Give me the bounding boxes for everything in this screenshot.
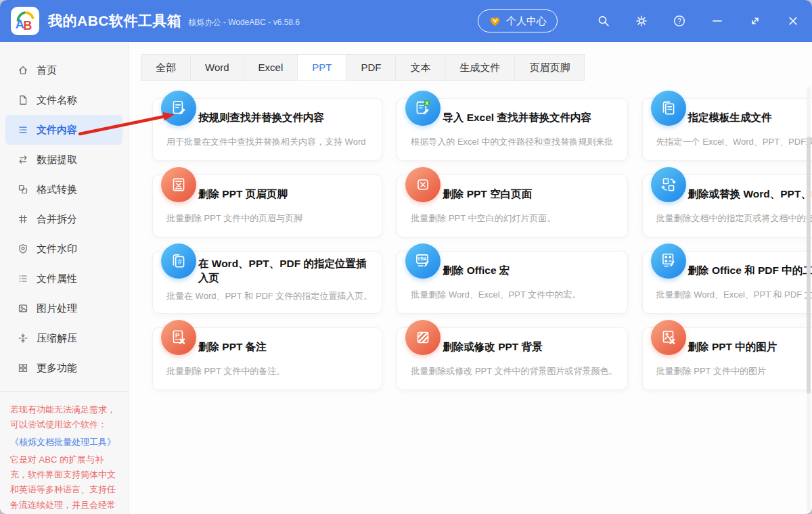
close-icon[interactable] [786,14,800,28]
titlebar-controls: 个人中心 ? [478,9,800,32]
tool-card[interactable]: 删除 PPT 页眉页脚 批量删除 PPT 文件中的页眉与页脚 [152,174,382,237]
file-content-icon [18,124,28,135]
sidebar-item-file-content[interactable]: 文件内容 [5,115,122,145]
note-link[interactable]: 《核烁文档批量处理工具》 [10,435,118,450]
svg-text:VBA: VBA [418,256,427,261]
sidebar: 首页 文件名称 文件内容 数据提取 格式转换 合并拆分 文件水印 文件属性 图片… [0,42,129,514]
tool-card[interactable]: # 在 Word、PPT、PDF 的指定位置插入页 批量在 Word、PPT 和… [152,251,382,314]
image-process-icon [18,303,28,314]
blank-page-delete-icon [405,167,441,202]
doc-excel-edit-icon: X [405,91,441,126]
tab-PDF[interactable]: PDF [346,54,396,81]
tool-card-desc: 批量删除 PPT 文件中的备注。 [166,365,372,377]
sidebar-item-home[interactable]: 首页 [5,55,122,85]
svg-text:?: ? [677,18,681,25]
tab-Word[interactable]: Word [190,54,244,81]
tool-card[interactable]: 删除或替换 Word、PPT、PDF 的页 批量删除文档中的指定页或将文档中的指… [642,174,812,237]
resize-icon[interactable] [748,14,762,28]
sidebar-item-watermark[interactable]: 文件水印 [5,234,122,264]
tool-card-desc: 批量删除 PPT 文件中的图片 [656,365,812,377]
titlebar: A B 我的ABC软件工具箱 核烁办公 - WodeABC - v6.58.6 … [0,0,812,42]
tool-card[interactable]: X 导入 Excel 查找并替换文件内容 根据导入的 Excel 中的文件路径和… [397,98,627,161]
search-icon[interactable] [597,14,610,28]
tool-card-title: 删除 Office 宏 [443,257,617,284]
file-name-icon [18,95,28,106]
tool-card-title: 导入 Excel 查找并替换文件内容 [443,104,617,131]
app-logo-icon: A B [11,7,39,35]
tool-card-title: 指定模板生成文件 [688,104,812,131]
sidebar-item-more[interactable]: 更多功能 [5,353,122,383]
tool-card-desc: 批量删除文档中的指定页或将文档中的指定页替换为 [656,212,812,225]
svg-text:#: # [178,258,182,266]
tool-card-title: 按规则查找并替换文件内容 [198,104,372,131]
note-text-2: 它是对 ABC 的扩展与补充，软件界面支持简体中文和英语等多种语言、支持任务流连… [10,454,116,514]
tool-card-desc: 批量删除 Word、Excel、PPT 和 PDF 文件中的带有二 [656,289,812,301]
tab-页眉页脚[interactable]: 页眉页脚 [514,54,585,81]
format-convert-icon [18,184,28,195]
vip-heart-icon [489,15,501,28]
compress-icon [18,333,28,344]
sidebar-item-label: 文件水印 [37,243,77,256]
tool-card-title: 删除 PPT 备注 [198,333,372,360]
tab-生成文件[interactable]: 生成文件 [445,54,515,81]
sidebar-item-format-convert[interactable]: 格式转换 [5,174,122,204]
sidebar-item-label: 首页 [37,64,57,77]
data-extract-icon [18,154,28,165]
tab-Excel[interactable]: Excel [244,54,298,81]
ppt-background-icon [405,320,441,355]
sidebar-item-label: 文件内容 [37,124,77,137]
main-content: 全部WordExcelPPTPDF文本生成文件页眉页脚 按规则查找并替换文件内容… [129,42,812,514]
more-functions-icon [18,363,28,373]
category-tabs: 全部WordExcelPPTPDF文本生成文件页眉页脚 [141,54,812,81]
tool-card[interactable]: 删除 PPT 空白页面 批量删除 PPT 中空白的幻灯片页面。 [397,174,627,237]
sidebar-item-compress[interactable]: 压缩解压 [5,323,122,353]
tool-card-title: 删除 Office 和 PDF 中的二维码图片 [688,257,812,284]
sidebar-item-label: 更多功能 [37,362,77,375]
tool-card-title: 删除 PPT 中的图片 [688,333,812,360]
tool-card[interactable]: 按规则查找并替换文件内容 用于批量在文件中查找并替换相关内容，支持 Word [152,98,382,161]
sidebar-item-file-name[interactable]: 文件名称 [5,85,122,115]
minimize-icon[interactable] [710,14,724,28]
user-center-button[interactable]: 个人中心 [478,9,558,32]
tab-PPT[interactable]: PPT [297,54,346,81]
sidebar-item-merge-split[interactable]: 合并拆分 [5,204,122,234]
tool-card[interactable]: 删除 Office 和 PDF 中的二维码图片 批量删除 Word、Excel、… [642,251,812,314]
sidebar-item-label: 合并拆分 [37,213,77,226]
sidebar-item-file-props[interactable]: 文件属性 [5,264,122,294]
help-icon[interactable]: ? [673,14,686,28]
tool-card-desc: 用于批量在文件中查找并替换相关内容，支持 Word [166,136,372,148]
tool-card[interactable]: 删除或修改 PPT 背景 批量删除或修改 PPT 文件中的背景图片或背景颜色。 [397,327,627,390]
tool-card-grid: 按规则查找并替换文件内容 用于批量在文件中查找并替换相关内容，支持 Word X… [152,98,802,390]
sidebar-menu: 首页 文件名称 文件内容 数据提取 格式转换 合并拆分 文件水印 文件属性 图片… [0,55,128,383]
tool-card-desc: 批量删除 PPT 文件中的页眉与页脚 [166,212,372,225]
scrollbar-thumb[interactable] [807,137,811,394]
sidebar-item-data-extract[interactable]: 数据提取 [5,145,122,174]
tool-card-title: 删除或修改 PPT 背景 [443,333,617,360]
tool-card-title: 在 Word、PPT、PDF 的指定位置插入页 [198,257,372,285]
note-text-1: 若现有功能无法满足需求，可以尝试使用这个软件： [10,404,116,429]
tool-card[interactable]: 指定模板生成文件 先指定一个 Excel、Word、PPT、PDF或文本文件作 [642,98,812,161]
ppt-note-delete-icon: P [161,320,196,355]
svg-text:P: P [175,331,180,339]
tool-card-desc: 批量删除或修改 PPT 文件中的背景图片或背景颜色。 [411,365,617,377]
sidebar-item-label: 格式转换 [37,183,77,196]
tool-card[interactable]: VBA 删除 Office 宏 批量删除 Word、Excel、PPT 文件中的… [397,251,627,314]
watermark-icon [18,243,28,254]
app-subtitle: 核烁办公 - WodeABC - v6.58.6 [189,17,300,28]
doc-edit-icon [161,91,196,126]
tool-card-desc: 批量在 Word、PPT 和 PDF 文件的指定位置插入页。 [166,290,372,302]
qrcode-delete-icon [651,243,686,279]
tab-文本[interactable]: 文本 [395,54,445,81]
sidebar-item-image-process[interactable]: 图片处理 [5,294,122,323]
template-docs-icon [651,91,686,126]
tool-card[interactable]: 删除 PPT 中的图片 批量删除 PPT 文件中的图片 [642,327,812,390]
tool-card-title: 删除或替换 Word、PPT、PDF 的页 [688,181,812,208]
settings-icon[interactable] [635,14,648,28]
svg-text:X: X [426,101,429,106]
tool-card[interactable]: P 删除 PPT 备注 批量删除 PPT 文件中的备注。 [152,327,382,390]
tab-全部[interactable]: 全部 [141,54,191,81]
sidebar-item-label: 文件属性 [37,273,77,285]
ppt-image-delete-icon [651,320,686,355]
merge-split-icon [18,214,28,225]
insert-page-icon: # [161,243,196,279]
